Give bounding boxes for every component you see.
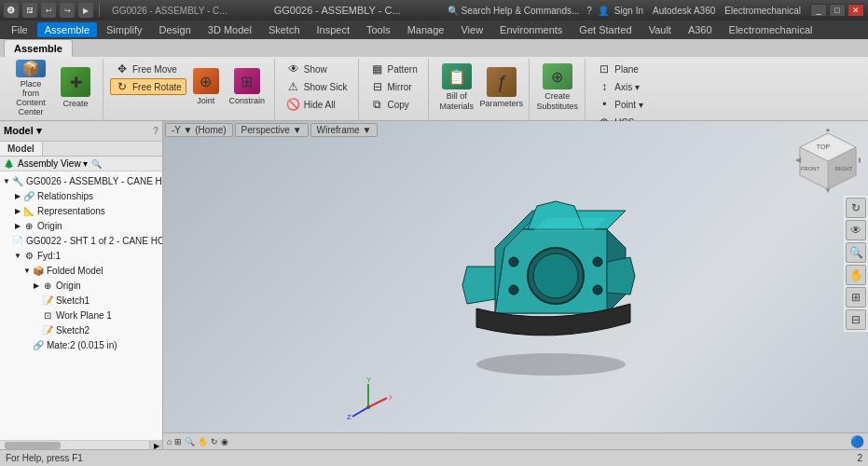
tree-item-root[interactable]: ▼ 🔧 GG0026 - ASSEMBLY - CANE HOLDER.i <box>0 173 162 188</box>
minimize-button[interactable]: _ <box>810 4 827 17</box>
tree-item-folded-model[interactable]: ▼ 📦 Folded Model <box>0 263 162 278</box>
undo-icon[interactable]: ↩ <box>41 3 56 18</box>
redo-icon[interactable]: ↪ <box>60 3 75 18</box>
joint-button[interactable]: ⊕ Joint <box>188 61 224 113</box>
parameters-button[interactable]: ƒ Parameters <box>480 61 523 115</box>
copy-button[interactable]: ⧉ Copy <box>365 96 422 113</box>
menu-environments[interactable]: Environments <box>492 22 570 37</box>
mirror-button[interactable]: ⊟ Mirror <box>365 78 422 95</box>
constrain-button[interactable]: ⊞ Constrain <box>226 61 269 113</box>
menu-simplify[interactable]: Simplify <box>99 22 150 37</box>
perspective-button[interactable]: Perspective ▼ <box>235 123 309 137</box>
save-icon[interactable]: 🖫 <box>22 3 37 18</box>
nav-pan[interactable]: ✋ <box>198 437 208 446</box>
tree-item-representations[interactable]: ▶ 📐 Representations <box>0 203 162 218</box>
nav-a360-icon[interactable]: 🔵 <box>850 435 864 448</box>
menu-sketch[interactable]: Sketch <box>261 22 308 37</box>
run-icon[interactable]: ▶ <box>78 3 93 18</box>
tree-item-sketch1[interactable]: 📝 Sketch1 <box>0 293 162 308</box>
h-scroll-thumb[interactable] <box>5 442 61 449</box>
nav-zoom-all[interactable]: ⊞ <box>174 437 182 446</box>
tree-item-fyd1[interactable]: ▼ ⚙ Fyd:1 <box>0 248 162 263</box>
folded-model-icon: 📦 <box>32 264 45 277</box>
sign-in-label[interactable]: Sign In <box>614 6 643 16</box>
h-scroll-right-arrow[interactable]: ▶ <box>149 441 162 449</box>
app-logo-icon[interactable]: 🅐 <box>4 3 19 18</box>
nav-home[interactable]: ⌂ <box>167 437 172 446</box>
expand-relationships[interactable]: ▶ <box>13 191 22 200</box>
hide-all-button[interactable]: 🚫 Hide All <box>282 96 352 113</box>
free-rotate-button[interactable]: ↻ Free Rotate <box>110 78 186 95</box>
autodesk-a360-label[interactable]: Autodesk A360 <box>653 6 715 16</box>
tree-item-origin2[interactable]: ▶ ⊕ Origin <box>0 278 162 293</box>
menu-assemble[interactable]: Assemble <box>37 22 97 37</box>
nav-look[interactable]: ◉ <box>221 437 228 446</box>
free-move-label: Free Move <box>132 64 177 75</box>
menu-inspect[interactable]: Inspect <box>310 22 357 37</box>
menu-file[interactable]: File <box>4 22 35 37</box>
tree-item-origin[interactable]: ▶ ⊕ Origin <box>0 218 162 233</box>
menu-manage[interactable]: Manage <box>400 22 452 37</box>
axis-button[interactable]: ↕ Axis ▾ <box>592 78 648 95</box>
free-move-button[interactable]: ✥ Free Move <box>110 61 186 77</box>
show-sick-button[interactable]: ⚠ Show Sick <box>282 78 352 95</box>
panel-tab-model[interactable]: Model <box>0 142 43 156</box>
pan-button[interactable]: ✋ <box>846 265 866 285</box>
user-icon[interactable]: 👤 <box>598 6 609 16</box>
menu-design[interactable]: Design <box>152 22 199 37</box>
bom-button[interactable]: 📋 Bill ofMaterials <box>435 61 478 115</box>
pattern-button[interactable]: ▦ Pattern <box>365 61 422 77</box>
home-view-button[interactable]: -Y ▼ (Home) <box>165 123 233 137</box>
tree-item-work-plane1[interactable]: ⊡ Work Plane 1 <box>0 308 162 322</box>
nav-orbit[interactable]: ↻ <box>211 437 218 446</box>
search-box[interactable]: 🔍 Search Help & Commands... <box>448 6 580 16</box>
show-button[interactable]: 👁 Show <box>282 61 352 77</box>
menu-electromechanical[interactable]: Electromechanical <box>722 22 820 37</box>
mirror-icon: ⊟ <box>370 79 385 94</box>
electromechanical-label[interactable]: Electromechanical <box>724 6 801 16</box>
tab-assemble[interactable]: Assemble <box>4 39 73 57</box>
assembly-view-selector[interactable]: Assembly View ▾ <box>18 158 88 169</box>
plane-button[interactable]: ⊡ Plane <box>592 61 648 77</box>
viewport[interactable]: -Y ▼ (Home) Perspective ▼ Wireframe ▼ <box>163 121 868 449</box>
wireframe-button[interactable]: Wireframe ▼ <box>310 123 379 137</box>
tree-item-sketch2[interactable]: 📝 Sketch2 <box>0 322 162 337</box>
menu-tools[interactable]: Tools <box>359 22 398 37</box>
look-button[interactable]: 👁 <box>846 220 866 240</box>
expand-fyd1[interactable]: ▼ <box>13 251 22 260</box>
orbit-button[interactable]: ↻ <box>846 198 866 218</box>
viewcube-svg[interactable]: TOP RIGHT FRONT ▲ ▶ ▼ ◀ <box>795 129 861 194</box>
nav-zoom-window[interactable]: 🔍 <box>185 437 195 446</box>
help-icon[interactable]: ? <box>586 6 592 16</box>
status-bar: For Help, press F1 2 <box>0 449 868 466</box>
zoom-window-button[interactable]: ⊞ <box>846 287 866 308</box>
place-button[interactable]: 📦 Place fromContent Center <box>9 61 52 115</box>
tree-item-gg0022[interactable]: 📄 GG0022 - SHT 1 of 2 - CANE HOLDER - BE <box>0 233 162 248</box>
expand-origin2[interactable]: ▶ <box>32 281 41 290</box>
tree-item-relationships[interactable]: ▶ 🔗 Relationships <box>0 188 162 203</box>
find-icon[interactable]: 🔍 <box>91 159 102 169</box>
create-substitutes-button[interactable]: ⊕ CreateSubstitutes <box>536 61 579 115</box>
viewcube[interactable]: TOP RIGHT FRONT ▲ ▶ ▼ ◀ <box>795 129 861 194</box>
menu-a360[interactable]: A360 <box>681 22 720 37</box>
panel-help-icon[interactable]: ? <box>153 126 158 136</box>
menu-3dmodel[interactable]: 3D Model <box>200 22 259 37</box>
zoom-all-button[interactable]: ⊟ <box>846 309 866 330</box>
expand-representations[interactable]: ▶ <box>13 206 22 215</box>
horizontal-scrollbar[interactable]: ▶ <box>0 440 162 449</box>
svg-text:RIGHT: RIGHT <box>835 166 853 171</box>
maximize-button[interactable]: □ <box>829 4 846 17</box>
relationships-tree-label: Relationships <box>37 191 93 201</box>
tree-item-mate2[interactable]: 🔗 Mate:2 (0.015 in) <box>0 337 162 352</box>
menu-get-started[interactable]: Get Started <box>572 22 639 37</box>
menu-vault[interactable]: Vault <box>641 22 679 37</box>
zoom-button[interactable]: 🔍 <box>846 242 866 263</box>
point-button[interactable]: • Point ▾ <box>592 96 648 113</box>
expand-origin[interactable]: ▶ <box>13 221 22 230</box>
create-button[interactable]: ✚ Create <box>54 61 97 115</box>
expand-root[interactable]: ▼ <box>2 176 11 185</box>
expand-folded-model[interactable]: ▼ <box>22 266 32 275</box>
menu-view[interactable]: View <box>453 22 490 37</box>
place-label: Place fromContent Center <box>12 79 49 116</box>
close-button[interactable]: ✕ <box>847 4 864 17</box>
